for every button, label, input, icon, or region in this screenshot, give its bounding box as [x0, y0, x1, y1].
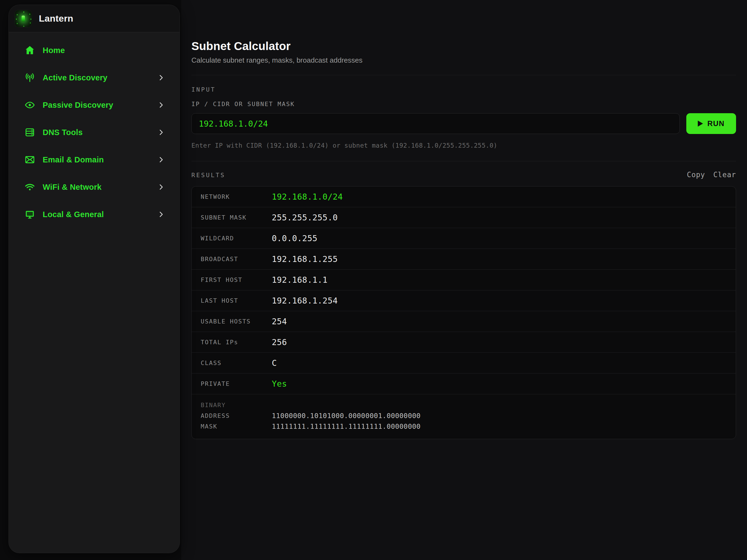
results-table: NETWORK192.168.1.0/24SUBNET MASK255.255.…: [191, 186, 736, 439]
chevron-right-icon: [157, 183, 165, 191]
chevron-right-icon: [157, 210, 165, 218]
server-icon: [24, 127, 35, 138]
copy-button[interactable]: Copy: [687, 171, 705, 179]
sidebar-column: Lantern HomeActive DiscoveryPassive Disc…: [0, 0, 181, 560]
table-row-last-host: LAST HOST192.168.1.254: [192, 290, 736, 311]
row-value: 254: [272, 316, 287, 326]
sidebar-item-label: DNS Tools: [43, 128, 83, 137]
table-row-wildcard: WILDCARD0.0.0.255: [192, 228, 736, 249]
row-label: BROADCAST: [201, 256, 272, 262]
row-value: 0.0.0.255: [272, 233, 317, 243]
binary-line-value: 11000000.10101000.00000001.00000000: [272, 410, 420, 421]
row-value: 192.168.1.1: [272, 275, 328, 285]
table-row-private: PRIVATEYes: [192, 373, 736, 394]
input-hint: Enter IP with CIDR (192.168.1.0/24) or s…: [191, 142, 736, 149]
row-value: 255.255.255.0: [272, 213, 338, 222]
monitor-icon: [24, 209, 35, 220]
table-row-total-ips: TOTAL IPs256: [192, 332, 736, 353]
page-header: Subnet Calculator Calculate subnet range…: [191, 0, 736, 75]
binary-label: BINARY: [201, 400, 727, 410]
eye-icon: [24, 100, 35, 110]
input-row: RUN: [191, 113, 736, 134]
binary-line-address: ADDRESS11000000.10101000.00000001.000000…: [201, 410, 727, 421]
app-root: Lantern HomeActive DiscoveryPassive Disc…: [0, 0, 747, 560]
sidebar-item-dns-tools[interactable]: DNS Tools: [9, 121, 180, 143]
sidebar-item-label: Home: [43, 46, 65, 55]
broadcast-icon: [24, 72, 35, 83]
table-row-first-host: FIRST HOST192.168.1.1: [192, 269, 736, 290]
sidebar-panel: Lantern HomeActive DiscoveryPassive Disc…: [8, 5, 180, 553]
row-label: TOTAL IPs: [201, 339, 272, 346]
row-label: NETWORK: [201, 193, 272, 200]
wifi-icon: [24, 182, 35, 193]
sidebar-item-passive-discovery[interactable]: Passive Discovery: [9, 94, 180, 116]
logo-lantern-glyph: [22, 16, 25, 22]
input-section-label: INPUT: [191, 86, 736, 93]
row-label: USABLE HOSTS: [201, 318, 272, 325]
sidebar-item-wifi-network[interactable]: WiFi & Network: [9, 176, 180, 198]
row-label: PRIVATE: [201, 380, 272, 387]
chevron-right-icon: [157, 101, 165, 109]
chevron-right-icon: [157, 128, 165, 136]
main-content: Subnet Calculator Calculate subnet range…: [181, 0, 747, 560]
results-section-label: RESULTS: [191, 172, 225, 179]
binary-line-mask: MASK11111111.11111111.11111111.00000000: [201, 421, 727, 432]
row-label: LAST HOST: [201, 297, 272, 304]
table-row-class: CLASSC: [192, 353, 736, 373]
cidr-field-label: IP / CIDR OR SUBNET MASK: [191, 101, 736, 107]
row-label: CLASS: [201, 360, 272, 366]
binary-block: BINARYADDRESS11000000.10101000.00000001.…: [192, 394, 736, 439]
table-row-network: NETWORK192.168.1.0/24: [192, 186, 736, 207]
input-section: INPUT IP / CIDR OR SUBNET MASK RUN Enter…: [191, 75, 736, 161]
sidebar-item-label: Active Discovery: [43, 73, 107, 82]
results-header: RESULTS Copy Clear: [191, 171, 736, 179]
chevron-right-icon: [157, 74, 165, 81]
sidebar-item-label: Email & Domain: [43, 155, 104, 164]
results-section: RESULTS Copy Clear NETWORK192.168.1.0/24…: [191, 161, 736, 439]
binary-line-label: ADDRESS: [201, 410, 272, 421]
app-title: Lantern: [39, 13, 73, 24]
table-row-broadcast: BROADCAST192.168.1.255: [192, 249, 736, 269]
sidebar-item-label: Passive Discovery: [43, 101, 113, 110]
sidebar-item-active-discovery[interactable]: Active Discovery: [9, 67, 180, 88]
run-button[interactable]: RUN: [686, 113, 736, 134]
envelope-icon: [24, 154, 35, 165]
row-value: Yes: [272, 379, 287, 388]
page-title: Subnet Calculator: [191, 40, 736, 52]
binary-line-value: 11111111.11111111.11111111.00000000: [272, 421, 420, 432]
clear-button[interactable]: Clear: [713, 171, 736, 179]
lantern-logo-icon: [15, 10, 32, 27]
run-button-label: RUN: [707, 120, 725, 128]
page-subtitle: Calculate subnet ranges, masks, broadcas…: [191, 56, 736, 65]
sidebar-item-label: WiFi & Network: [43, 183, 101, 192]
sidebar-item-email-domain[interactable]: Email & Domain: [9, 149, 180, 171]
sidebar-nav: HomeActive DiscoveryPassive DiscoveryDNS…: [9, 32, 180, 553]
table-row-subnet-mask: SUBNET MASK255.255.255.0: [192, 207, 736, 228]
row-value: 192.168.1.255: [272, 254, 338, 264]
chevron-right-icon: [157, 156, 165, 163]
row-value: 256: [272, 337, 287, 347]
play-icon: [698, 121, 703, 127]
results-actions: Copy Clear: [687, 171, 736, 179]
sidebar-item-home[interactable]: Home: [9, 40, 180, 61]
row-value: 192.168.1.254: [272, 296, 338, 305]
sidebar-item-label: Local & General: [43, 210, 104, 219]
row-label: SUBNET MASK: [201, 214, 272, 221]
row-value: 192.168.1.0/24: [272, 192, 343, 202]
row-value: C: [272, 358, 277, 368]
sidebar-header: Lantern: [9, 5, 180, 32]
row-label: FIRST HOST: [201, 276, 272, 283]
home-icon: [24, 45, 35, 56]
table-row-usable-hosts: USABLE HOSTS254: [192, 311, 736, 332]
binary-line-label: MASK: [201, 421, 272, 432]
row-label: WILDCARD: [201, 235, 272, 242]
cidr-input[interactable]: [191, 113, 680, 134]
sidebar-item-local-general[interactable]: Local & General: [9, 203, 180, 225]
